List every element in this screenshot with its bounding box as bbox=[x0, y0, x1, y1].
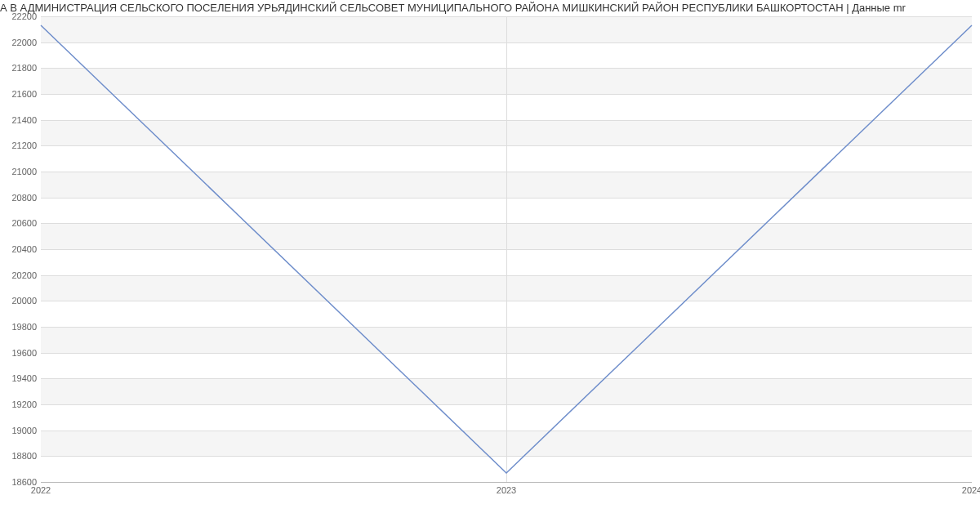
y-tick-label: 22000 bbox=[0, 38, 37, 47]
x-tick-label: 2024 bbox=[962, 485, 980, 495]
y-tick-label: 21800 bbox=[0, 63, 37, 73]
x-tick-label: 2022 bbox=[31, 485, 51, 495]
y-tick-label: 22200 bbox=[0, 11, 37, 21]
y-tick-label: 21400 bbox=[0, 115, 37, 125]
chart-area: 1860018800190001920019400196001980020000… bbox=[41, 16, 972, 498]
x-tick-label: 2023 bbox=[497, 485, 516, 495]
x-axis bbox=[41, 482, 972, 483]
plot-area bbox=[41, 16, 972, 482]
y-tick-label: 19800 bbox=[0, 322, 37, 332]
y-tick-label: 20200 bbox=[0, 270, 37, 280]
y-tick-label: 20000 bbox=[0, 296, 37, 306]
series-line bbox=[41, 25, 972, 473]
y-tick-label: 18800 bbox=[0, 451, 37, 461]
y-tick-label: 20600 bbox=[0, 218, 37, 228]
y-tick-label: 20400 bbox=[0, 244, 37, 254]
line-layer bbox=[41, 16, 972, 482]
y-tick-label: 21200 bbox=[0, 141, 37, 150]
y-tick-label: 19200 bbox=[0, 399, 37, 409]
y-tick-label: 19600 bbox=[0, 348, 37, 358]
y-tick-label: 21000 bbox=[0, 167, 37, 176]
y-tick-label: 21600 bbox=[0, 89, 37, 99]
y-tick-label: 20800 bbox=[0, 193, 37, 203]
y-tick-label: 19000 bbox=[0, 426, 37, 435]
y-tick-label: 19400 bbox=[0, 373, 37, 383]
chart-title: А В АДМИНИСТРАЦИЯ СЕЛЬСКОГО ПОСЕЛЕНИЯ УР… bbox=[0, 2, 980, 14]
